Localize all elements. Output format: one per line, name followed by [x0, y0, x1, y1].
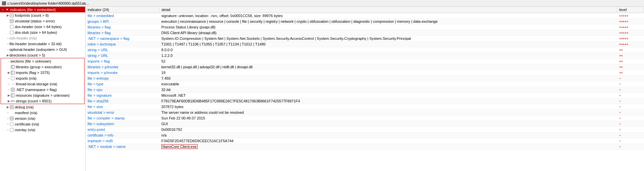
indicator-cell[interactable]: file > sha256: [86, 98, 159, 104]
tree-item-certificate[interactable]: –certificate (n/a): [0, 121, 85, 127]
indicator-link[interactable]: mitre > technique: [88, 42, 116, 46]
tree-item-indicators[interactable]: ▶⚑indicators (file > embedded): [0, 7, 85, 12]
indicator-cell[interactable]: mitre > technique: [86, 41, 159, 47]
detail-cell: kernel32.dll | psapi.dll | advapi32.dll …: [159, 64, 617, 70]
indicator-link[interactable]: file > type: [88, 82, 103, 86]
indicator-link[interactable]: groups > API: [88, 19, 109, 23]
tree-item-exports[interactable]: –exports (n/a): [1, 75, 84, 81]
indicator-link[interactable]: string > URL: [88, 48, 108, 52]
indicator-link[interactable]: file > entropy: [88, 76, 109, 80]
indicator-cell[interactable]: .NET > module > name: [86, 144, 159, 149]
indicator-cell[interactable]: entry-point: [86, 126, 159, 132]
indicator-cell[interactable]: virustotal > error: [86, 109, 159, 115]
tree-item-file-header[interactable]: –file-header (executable > 32-bit): [0, 41, 85, 47]
tree-item-dotnet[interactable]: –.NET (namespace > flag): [1, 87, 84, 92]
indicator-link[interactable]: certificate > info: [88, 133, 113, 137]
svg-text:+: +: [11, 14, 12, 17]
tree-item-dos-header-64[interactable]: dos-header (size > 64 bytes): [0, 24, 85, 29]
level-indicator: ++: [619, 59, 623, 63]
tree-icon: ⚑: [5, 7, 9, 12]
tree-item-debug[interactable]: ▶debug (n/a): [0, 104, 85, 110]
tree-label: virustotal (status > error): [15, 19, 55, 23]
indicator-link[interactable]: virustotal > error: [88, 110, 114, 114]
tree-label: thread-local-storage (n/a): [16, 82, 57, 86]
indicator-link[interactable]: string > URL: [88, 54, 108, 58]
indicator-cell[interactable]: file > type: [86, 81, 159, 87]
indicator-cell[interactable]: string > URL: [86, 53, 159, 58]
tree-arrow: ▶: [6, 105, 9, 109]
indicator-link[interactable]: file > compiler > stamp: [88, 116, 125, 120]
indicator-cell[interactable]: imports > p/invoke: [86, 70, 159, 75]
indicator-link[interactable]: libraries > flag: [88, 25, 111, 29]
tree-item-version[interactable]: –version (n/a): [0, 115, 85, 121]
tree-item-sections[interactable]: –sections (file > unknown): [1, 58, 84, 64]
indicator-cell[interactable]: libraries > flag: [86, 30, 159, 35]
tree-item-thread-local[interactable]: –→thread-local-storage (n/a): [1, 81, 84, 87]
level-cell: +: [617, 98, 644, 104]
indicator-cell[interactable]: file > cpu: [86, 87, 159, 92]
tree-item-directories[interactable]: ▶directories (count > 5): [0, 52, 85, 58]
indicator-cell[interactable]: file > subsystem: [86, 121, 159, 126]
indicator-cell[interactable]: libraries > p/invoke: [86, 64, 159, 70]
tree-item-optional-header[interactable]: –optional-header (subsystem > GUI): [0, 47, 85, 52]
tree-item-manifest[interactable]: –manifest (n/a): [0, 110, 85, 115]
indicator-link[interactable]: libraries > p/invoke: [88, 65, 118, 69]
indicator-cell[interactable]: file > size: [86, 104, 159, 109]
indicator-cell[interactable]: imphash > md5: [86, 138, 159, 144]
tree-label: file-header (executable > 32-bit): [9, 42, 62, 46]
level-cell: +: [617, 104, 644, 109]
tree-item-footprints[interactable]: ▶+footprints (count > 8): [0, 12, 85, 18]
indicator-link[interactable]: file > sha256: [88, 99, 109, 103]
indicator-cell[interactable]: file > compiler > stamp: [86, 115, 159, 121]
indicator-cell[interactable]: file > embedded: [86, 13, 159, 18]
indicator-cell[interactable]: .NET > namespace > flag: [86, 35, 159, 41]
tree-arrow: –: [6, 111, 9, 114]
indicator-link[interactable]: file > subsystem: [88, 122, 114, 126]
indicator-link[interactable]: .NET > namespace > flag: [88, 36, 129, 40]
indicator-link[interactable]: file > embedded: [88, 14, 114, 18]
indicator-link[interactable]: imphash > md5: [88, 139, 113, 143]
tree-icon: [9, 110, 14, 115]
tree-item-dos-stub-64[interactable]: dos-stub (size > 64 bytes): [0, 29, 85, 35]
indicator-cell[interactable]: certificate > info: [86, 132, 159, 138]
table-row: groups > APIexecution | reconnaissance |…: [86, 18, 644, 24]
table-row: imports > flag52++: [86, 58, 644, 64]
tree-label: resources (signature > unknown): [16, 93, 70, 97]
table-row: file > size207872 bytes+: [86, 104, 644, 109]
indicator-link[interactable]: .NET > module > name: [88, 145, 126, 149]
highlighted-value: NanoCore Client.exe: [161, 144, 198, 149]
detail-cell: 0x0001E792: [159, 126, 617, 132]
indicator-cell[interactable]: string > URL: [86, 47, 159, 53]
indicator-link[interactable]: file > signature: [88, 93, 112, 97]
tree-arrow: –: [7, 82, 10, 86]
indicator-link[interactable]: imports > p/invoke: [88, 71, 118, 75]
detail-cell: NanoCore Client.exe: [159, 144, 617, 149]
tree-item-resources[interactable]: ▶resources (signature > unknown): [1, 92, 84, 98]
detail-cell: F78179EAF60DB18D6B485F17C889E26C7FE5C481…: [159, 98, 617, 104]
indicator-link[interactable]: libraries > flag: [88, 31, 111, 35]
level-cell: +: [617, 109, 644, 115]
tree-item-imports[interactable]: ▶imports (flag > 1575): [1, 70, 84, 75]
tree-arrow: ▶: [7, 94, 10, 97]
indicator-cell[interactable]: imports > flag: [86, 58, 159, 64]
indicator-link[interactable]: file > cpu: [88, 88, 102, 92]
indicator-cell[interactable]: file > entropy: [86, 75, 159, 81]
tree-item-overlay[interactable]: –overlay (n/a): [0, 127, 85, 133]
tree-item-rich-header[interactable]: –rich-header (n/a): [0, 35, 85, 41]
indicator-link[interactable]: entry-point: [88, 127, 105, 132]
tree-icon: abc: [10, 99, 15, 103]
tree-item-virustotal[interactable]: virustotal (status > error): [0, 18, 85, 24]
tree-item-strings[interactable]: ▶abcstrings (count > 8501): [1, 98, 84, 104]
indicator-link[interactable]: imports > flag: [88, 59, 110, 63]
indicator-cell[interactable]: libraries > flag: [86, 24, 159, 30]
indicator-table-wrapper[interactable]: indicator (24) detail level file > embed…: [86, 7, 644, 171]
indicator-link[interactable]: file > size: [88, 105, 103, 109]
tree-icon: [9, 24, 14, 29]
indicator-cell[interactable]: file > signature: [86, 92, 159, 98]
tree-arrow: –: [6, 117, 9, 120]
tree-icon: →: [10, 82, 15, 86]
indicator-cell[interactable]: groups > API: [86, 18, 159, 24]
tree-item-libraries[interactable]: libraries (group > execution): [1, 64, 84, 70]
level-indicator: +: [619, 116, 621, 120]
detail-cell: execution | reconnaissance | resource | …: [159, 18, 617, 24]
